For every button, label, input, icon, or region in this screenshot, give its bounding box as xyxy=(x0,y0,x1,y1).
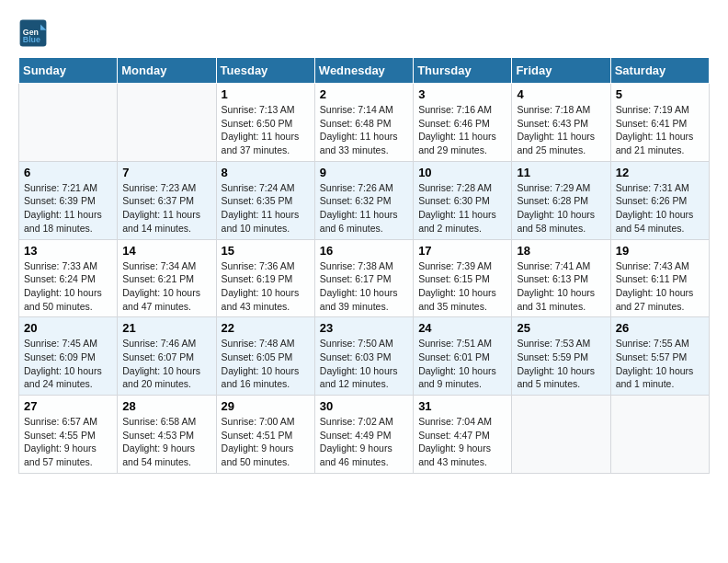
calendar-table: SundayMondayTuesdayWednesdayThursdayFrid… xyxy=(18,57,710,474)
day-number: 8 xyxy=(222,166,310,179)
calendar-cell xyxy=(512,396,610,474)
day-number: 17 xyxy=(418,244,506,258)
calendar-cell: 5Sunrise: 7:19 AM Sunset: 6:41 PM Daylig… xyxy=(610,84,709,162)
day-number: 6 xyxy=(24,166,112,179)
calendar-week-4: 20Sunrise: 7:45 AM Sunset: 6:09 PM Dayli… xyxy=(19,317,710,396)
day-info: Sunrise: 7:41 AM Sunset: 6:13 PM Dayligh… xyxy=(517,259,605,314)
day-info: Sunrise: 6:58 AM Sunset: 4:53 PM Dayligh… xyxy=(122,415,210,469)
page-header: Gen Blue xyxy=(18,18,710,48)
day-info: Sunrise: 7:45 AM Sunset: 6:09 PM Dayligh… xyxy=(24,337,112,391)
calendar-cell xyxy=(19,84,118,162)
calendar-cell: 12Sunrise: 7:31 AM Sunset: 6:26 PM Dayli… xyxy=(610,161,709,239)
day-number: 19 xyxy=(616,244,704,258)
day-info: Sunrise: 7:24 AM Sunset: 6:35 PM Dayligh… xyxy=(222,181,310,236)
day-info: Sunrise: 7:26 AM Sunset: 6:32 PM Dayligh… xyxy=(320,181,408,236)
calendar-cell: 14Sunrise: 7:34 AM Sunset: 6:21 PM Dayli… xyxy=(118,239,216,317)
day-number: 13 xyxy=(24,244,112,258)
calendar-week-5: 27Sunrise: 6:57 AM Sunset: 4:55 PM Dayli… xyxy=(19,396,710,474)
calendar-cell: 10Sunrise: 7:28 AM Sunset: 6:30 PM Dayli… xyxy=(414,161,512,239)
day-info: Sunrise: 6:57 AM Sunset: 4:55 PM Dayligh… xyxy=(24,415,112,469)
day-info: Sunrise: 7:53 AM Sunset: 5:59 PM Dayligh… xyxy=(517,337,605,391)
day-number: 21 xyxy=(122,321,210,335)
day-info: Sunrise: 7:51 AM Sunset: 6:01 PM Dayligh… xyxy=(418,337,506,391)
day-number: 11 xyxy=(517,166,605,179)
calendar-cell: 17Sunrise: 7:39 AM Sunset: 6:15 PM Dayli… xyxy=(414,239,512,317)
day-number: 25 xyxy=(517,321,605,335)
calendar-cell: 7Sunrise: 7:23 AM Sunset: 6:37 PM Daylig… xyxy=(118,161,216,239)
day-number: 15 xyxy=(222,244,310,258)
weekday-header-saturday: Saturday xyxy=(610,58,709,84)
day-info: Sunrise: 7:16 AM Sunset: 6:46 PM Dayligh… xyxy=(418,103,506,157)
day-info: Sunrise: 7:23 AM Sunset: 6:37 PM Dayligh… xyxy=(122,181,210,236)
calendar-cell: 11Sunrise: 7:29 AM Sunset: 6:28 PM Dayli… xyxy=(512,161,610,239)
weekday-header-tuesday: Tuesday xyxy=(216,58,314,84)
calendar-cell: 26Sunrise: 7:55 AM Sunset: 5:57 PM Dayli… xyxy=(610,317,709,396)
day-info: Sunrise: 7:02 AM Sunset: 4:49 PM Dayligh… xyxy=(320,415,408,469)
day-number: 14 xyxy=(122,244,210,258)
calendar-cell: 31Sunrise: 7:04 AM Sunset: 4:47 PM Dayli… xyxy=(414,396,512,474)
calendar-week-3: 13Sunrise: 7:33 AM Sunset: 6:24 PM Dayli… xyxy=(19,239,710,317)
weekday-header-wednesday: Wednesday xyxy=(314,58,413,84)
day-number: 9 xyxy=(320,166,408,179)
calendar-cell: 30Sunrise: 7:02 AM Sunset: 4:49 PM Dayli… xyxy=(314,396,413,474)
day-info: Sunrise: 7:43 AM Sunset: 6:11 PM Dayligh… xyxy=(616,259,704,314)
calendar-cell: 2Sunrise: 7:14 AM Sunset: 6:48 PM Daylig… xyxy=(314,84,413,162)
calendar-cell: 15Sunrise: 7:36 AM Sunset: 6:19 PM Dayli… xyxy=(216,239,314,317)
calendar-cell: 24Sunrise: 7:51 AM Sunset: 6:01 PM Dayli… xyxy=(414,317,512,396)
day-number: 4 xyxy=(517,87,605,101)
day-number: 22 xyxy=(222,321,310,335)
logo: Gen Blue xyxy=(18,18,51,48)
day-number: 27 xyxy=(24,399,112,413)
day-info: Sunrise: 7:46 AM Sunset: 6:07 PM Dayligh… xyxy=(122,337,210,391)
calendar-cell: 27Sunrise: 6:57 AM Sunset: 4:55 PM Dayli… xyxy=(19,396,118,474)
calendar-cell: 29Sunrise: 7:00 AM Sunset: 4:51 PM Dayli… xyxy=(216,396,314,474)
calendar-cell xyxy=(118,84,216,162)
day-number: 31 xyxy=(418,399,506,413)
calendar-cell: 18Sunrise: 7:41 AM Sunset: 6:13 PM Dayli… xyxy=(512,239,610,317)
day-info: Sunrise: 7:36 AM Sunset: 6:19 PM Dayligh… xyxy=(222,259,310,314)
day-number: 29 xyxy=(222,399,310,413)
calendar-cell: 21Sunrise: 7:46 AM Sunset: 6:07 PM Dayli… xyxy=(118,317,216,396)
day-info: Sunrise: 7:28 AM Sunset: 6:30 PM Dayligh… xyxy=(418,181,506,236)
calendar-cell xyxy=(610,396,709,474)
weekday-header-monday: Monday xyxy=(118,58,216,84)
weekday-header-thursday: Thursday xyxy=(414,58,512,84)
calendar-cell: 1Sunrise: 7:13 AM Sunset: 6:50 PM Daylig… xyxy=(216,84,314,162)
day-info: Sunrise: 7:04 AM Sunset: 4:47 PM Dayligh… xyxy=(418,415,506,469)
calendar-cell: 25Sunrise: 7:53 AM Sunset: 5:59 PM Dayli… xyxy=(512,317,610,396)
calendar-cell: 9Sunrise: 7:26 AM Sunset: 6:32 PM Daylig… xyxy=(314,161,413,239)
day-info: Sunrise: 7:34 AM Sunset: 6:21 PM Dayligh… xyxy=(122,259,210,314)
day-info: Sunrise: 7:14 AM Sunset: 6:48 PM Dayligh… xyxy=(320,103,408,157)
calendar-week-2: 6Sunrise: 7:21 AM Sunset: 6:39 PM Daylig… xyxy=(19,161,710,239)
day-number: 12 xyxy=(616,166,704,179)
day-number: 3 xyxy=(418,87,506,101)
day-info: Sunrise: 7:50 AM Sunset: 6:03 PM Dayligh… xyxy=(320,337,408,391)
day-number: 26 xyxy=(616,321,704,335)
day-info: Sunrise: 7:00 AM Sunset: 4:51 PM Dayligh… xyxy=(222,415,310,469)
calendar-cell: 23Sunrise: 7:50 AM Sunset: 6:03 PM Dayli… xyxy=(314,317,413,396)
day-number: 30 xyxy=(320,399,408,413)
day-info: Sunrise: 7:55 AM Sunset: 5:57 PM Dayligh… xyxy=(616,337,704,391)
day-number: 10 xyxy=(418,166,506,179)
calendar-cell: 3Sunrise: 7:16 AM Sunset: 6:46 PM Daylig… xyxy=(414,84,512,162)
calendar-cell: 20Sunrise: 7:45 AM Sunset: 6:09 PM Dayli… xyxy=(19,317,118,396)
day-info: Sunrise: 7:21 AM Sunset: 6:39 PM Dayligh… xyxy=(24,181,112,236)
day-info: Sunrise: 7:19 AM Sunset: 6:41 PM Dayligh… xyxy=(616,103,704,157)
day-number: 18 xyxy=(517,244,605,258)
logo-icon: Gen Blue xyxy=(18,18,48,48)
day-info: Sunrise: 7:29 AM Sunset: 6:28 PM Dayligh… xyxy=(517,181,605,236)
day-info: Sunrise: 7:38 AM Sunset: 6:17 PM Dayligh… xyxy=(320,259,408,314)
day-info: Sunrise: 7:18 AM Sunset: 6:43 PM Dayligh… xyxy=(517,103,605,157)
day-number: 5 xyxy=(616,87,704,101)
weekday-header-friday: Friday xyxy=(512,58,610,84)
calendar-cell: 16Sunrise: 7:38 AM Sunset: 6:17 PM Dayli… xyxy=(314,239,413,317)
day-info: Sunrise: 7:39 AM Sunset: 6:15 PM Dayligh… xyxy=(418,259,506,314)
day-number: 16 xyxy=(320,244,408,258)
day-number: 20 xyxy=(24,321,112,335)
day-number: 2 xyxy=(320,87,408,101)
calendar-week-1: 1Sunrise: 7:13 AM Sunset: 6:50 PM Daylig… xyxy=(19,84,710,162)
day-number: 23 xyxy=(320,321,408,335)
day-info: Sunrise: 7:48 AM Sunset: 6:05 PM Dayligh… xyxy=(222,337,310,391)
calendar-cell: 19Sunrise: 7:43 AM Sunset: 6:11 PM Dayli… xyxy=(610,239,709,317)
day-number: 24 xyxy=(418,321,506,335)
